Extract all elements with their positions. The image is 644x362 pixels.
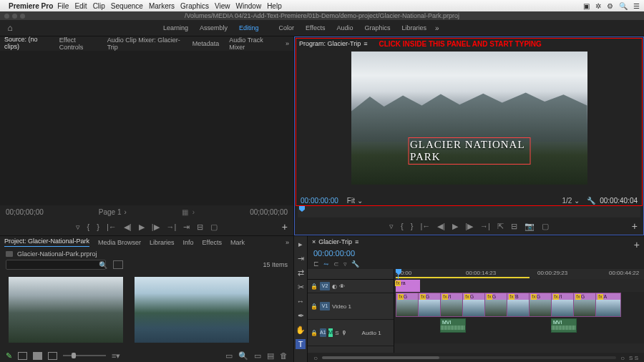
snap-icon[interactable]: ⥊: [323, 260, 329, 268]
solo-icon[interactable]: S: [335, 330, 338, 336]
voice-icon[interactable]: 🎙: [341, 330, 347, 336]
track-header-v2[interactable]: 🔒 V2 ◐ 👁: [308, 280, 394, 293]
clip-thumbnail[interactable]: [9, 277, 123, 343]
ws-editing[interactable]: Editing: [239, 24, 268, 31]
selection-tool-icon[interactable]: ▸: [296, 239, 306, 249]
source-monitor[interactable]: [0, 51, 293, 205]
time-ruler[interactable]: :00:00 00:00:14:23 00:00:29:23 00:00:44:…: [394, 269, 644, 279]
overflow-icon[interactable]: »: [435, 24, 439, 32]
step-back-icon[interactable]: ◀|: [124, 222, 132, 232]
insert-icon[interactable]: ⇥: [183, 222, 190, 232]
menu-markers[interactable]: Markers: [149, 2, 175, 10]
hand-tool-icon[interactable]: ✋: [296, 325, 306, 335]
lift-icon[interactable]: ⇱: [497, 222, 504, 231]
zoom-slider[interactable]: [322, 356, 616, 359]
bin-icon[interactable]: [6, 251, 13, 257]
lock-icon[interactable]: 🔒: [311, 303, 318, 310]
play-icon[interactable]: ▶: [139, 222, 145, 232]
ws-color[interactable]: Color: [279, 24, 295, 31]
page-select[interactable]: Page 1: [99, 208, 122, 216]
track-a1[interactable]: MVIMVI: [394, 318, 644, 343]
play-icon[interactable]: ▶: [452, 222, 458, 231]
goto-in-icon[interactable]: |←: [107, 222, 117, 231]
tab-libraries[interactable]: Libraries: [150, 239, 175, 246]
panel-menu-icon[interactable]: ≡: [355, 238, 358, 245]
marker-icon[interactable]: ▿: [76, 222, 80, 232]
thumb-size-slider[interactable]: [63, 355, 106, 356]
tc-out[interactable]: 00;00;00;00: [250, 208, 288, 216]
zoom-icon[interactable]: [20, 14, 25, 19]
add-button-icon[interactable]: +: [282, 221, 288, 233]
tc-in[interactable]: 00;00;00;00: [6, 208, 44, 216]
tab-effects[interactable]: Effects: [203, 239, 222, 246]
pen-tool-icon[interactable]: ✒: [296, 310, 306, 321]
app-name[interactable]: Premiere Pro: [9, 2, 53, 10]
sort-icon[interactable]: ≡▾: [112, 351, 120, 361]
panel-menu-icon[interactable]: ≡: [364, 40, 367, 47]
slip-tool-icon[interactable]: ↔: [296, 296, 306, 306]
mute-icon[interactable]: M: [328, 328, 333, 337]
video-clip[interactable]: fxSTA: [595, 293, 621, 317]
razor-tool-icon[interactable]: ✂: [296, 282, 306, 292]
program-scrubber[interactable]: [298, 206, 640, 217]
title-text-layer[interactable]: GLACIER NATIONAL PARK: [410, 139, 528, 163]
linked-sel-icon[interactable]: ⊂: [333, 260, 339, 268]
track-v2[interactable]: Grafx: [394, 279, 644, 292]
tab-source[interactable]: Source: (no clips): [4, 36, 49, 52]
project-filename[interactable]: Glacier-National-Park.prproj: [17, 250, 97, 258]
menu-clip[interactable]: Clip: [93, 2, 105, 10]
ws-graphics[interactable]: Graphics: [364, 24, 390, 31]
ws-libraries[interactable]: Libraries: [402, 24, 427, 31]
filter-icon[interactable]: [113, 260, 123, 269]
seq-nest-icon[interactable]: ⊏: [313, 260, 319, 268]
out-icon[interactable]: }: [411, 222, 414, 230]
chevron-right-icon[interactable]: ›: [125, 208, 127, 216]
ws-assembly[interactable]: Assembly: [200, 24, 228, 31]
compare-icon[interactable]: ▢: [542, 222, 549, 231]
ripple-tool-icon[interactable]: ⇄: [296, 268, 306, 278]
overflow-icon[interactable]: »: [286, 40, 289, 47]
list-view-icon[interactable]: [18, 352, 27, 360]
zoom-out-icon[interactable]: ○: [313, 354, 318, 362]
export-frame-icon[interactable]: 📷: [525, 222, 535, 231]
minimize-icon[interactable]: [12, 14, 17, 19]
tab-audio-clip-mixer[interactable]: Audio Clip Mixer: Glacier-Trip: [107, 36, 182, 51]
timeline-timecode[interactable]: 00:00:00:00: [308, 248, 644, 259]
menu-help[interactable]: Help: [267, 2, 282, 10]
close-tab-icon[interactable]: ×: [312, 238, 316, 245]
track-header-v1[interactable]: 🔒 V1 Video 1: [308, 293, 394, 320]
eye-icon[interactable]: 👁: [339, 283, 345, 290]
add-button-icon[interactable]: +: [632, 220, 638, 232]
chevron-right-icon[interactable]: ›: [192, 208, 195, 216]
toggle-output-icon[interactable]: ◐: [332, 283, 337, 290]
tab-info[interactable]: Info: [183, 239, 194, 246]
marker-icon[interactable]: ▿: [343, 260, 347, 268]
playhead-icon[interactable]: [299, 206, 305, 212]
tab-markers[interactable]: Mark: [230, 239, 245, 246]
menu-sequence[interactable]: Sequence: [111, 2, 143, 10]
tab-program[interactable]: Program: Glacier-Trip: [299, 40, 361, 47]
extract-icon[interactable]: ⊟: [511, 222, 517, 231]
menu-edit[interactable]: Edit: [74, 2, 87, 10]
tab-audio-track-mixer[interactable]: Audio Track Mixer: [229, 36, 275, 51]
add-button-icon[interactable]: +: [634, 239, 640, 250]
grid-icon[interactable]: ▦: [182, 208, 188, 216]
tab-sequence[interactable]: Glacier-Trip: [318, 238, 352, 245]
ws-effects[interactable]: Effects: [306, 24, 325, 31]
program-tc-left[interactable]: 00:00:00:00: [301, 197, 338, 205]
timeline-tracks[interactable]: :00:00 00:00:14:23 00:00:29:23 00:00:44:…: [394, 269, 644, 353]
step-fwd-icon[interactable]: |▶: [465, 222, 473, 231]
clip-thumbnail[interactable]: [135, 277, 249, 343]
in-icon[interactable]: {: [87, 222, 90, 231]
program-monitor[interactable]: GLACIER NATIONAL PARK: [351, 52, 587, 185]
out-icon[interactable]: }: [97, 222, 99, 231]
export-frame-icon[interactable]: ▢: [210, 222, 218, 232]
track-a2[interactable]: [394, 343, 644, 353]
overwrite-icon[interactable]: ⊟: [197, 222, 203, 232]
ws-audio[interactable]: Audio: [336, 24, 353, 31]
track-select-tool-icon[interactable]: ⇥: [296, 253, 306, 263]
search-input[interactable]: [6, 260, 106, 270]
close-icon[interactable]: [4, 14, 9, 19]
goto-in-icon[interactable]: |←: [420, 222, 430, 230]
lock-icon[interactable]: 🔒: [311, 330, 318, 336]
